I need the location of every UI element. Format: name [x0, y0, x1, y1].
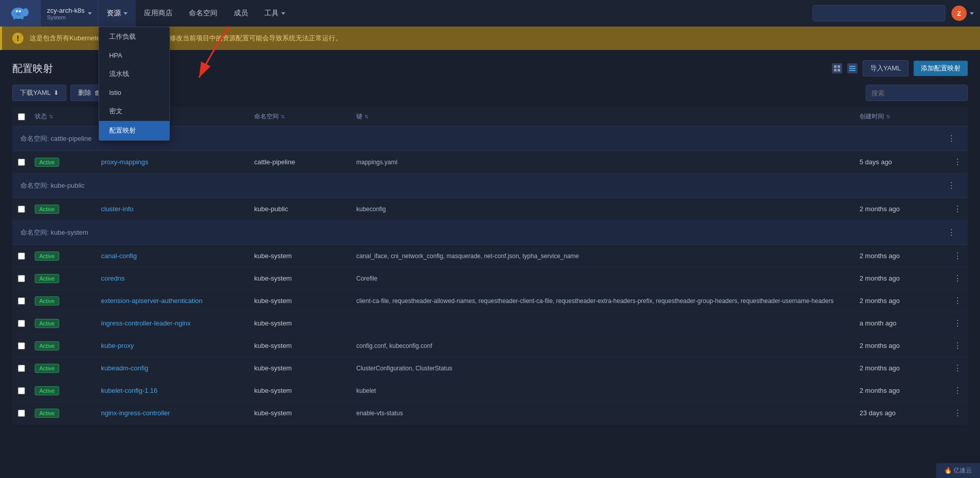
nav-item-namespace[interactable]: 命名空间 [181, 0, 226, 27]
download-yaml-button[interactable]: 下载YAML ⬇ [12, 85, 66, 101]
name-link[interactable]: ingress-controller-leader-nginx [101, 319, 191, 327]
cluster-selector[interactable]: zcy-arch-k8s System [41, 0, 99, 27]
section-kube-public-more[interactable]: ⋮ [943, 179, 960, 192]
table-row: Active extension-apiserver-authenticatio… [12, 290, 968, 312]
svg-rect-10 [834, 69, 837, 71]
row-more-button[interactable]: ⋮ [949, 249, 966, 263]
section-kube-system-label: 命名空间: kube-system [20, 228, 88, 237]
row-name: proxy-mappings [97, 158, 250, 166]
row-status: Active [31, 296, 97, 306]
search-input[interactable] [866, 85, 968, 101]
nav-namespace-label: 命名空间 [189, 9, 217, 18]
nav-menu: 资源 工作负载 HPA 流水线 Istio 密文 配置映射 应用商店 命名空间 … [99, 0, 813, 27]
row-more-button[interactable]: ⋮ [949, 294, 966, 308]
row-checkbox[interactable] [18, 410, 25, 417]
row-checkbox[interactable] [18, 297, 25, 305]
section-cattle-pipeline-label: 命名空间: cattle-pipeline [20, 134, 91, 143]
header-actions: 导入YAML 添加配置映射 [832, 60, 968, 77]
keys-sort-icon[interactable]: ⇅ [364, 114, 369, 119]
svg-rect-6 [21, 16, 23, 19]
row-keys: Corefile [352, 275, 855, 282]
status-badge: Active [35, 364, 59, 373]
section-kube-system-more[interactable]: ⋮ [943, 225, 960, 239]
row-created: 5 days ago [855, 158, 947, 166]
name-link[interactable]: nginx-ingress-controller [101, 409, 170, 417]
nav-item-resources[interactable]: 资源 工作负载 HPA 流水线 Istio 密文 配置映射 [99, 0, 136, 27]
name-link[interactable]: cluster-info [101, 205, 134, 213]
row-checkbox[interactable] [18, 387, 25, 394]
row-more-cell: ⋮ [947, 249, 968, 263]
select-all-checkbox[interactable] [18, 113, 25, 120]
dropdown-item-hpa[interactable]: HPA [99, 46, 169, 64]
row-checkbox-cell [12, 159, 31, 166]
row-more-button[interactable]: ⋮ [949, 339, 966, 353]
row-checkbox-cell [12, 253, 31, 260]
row-checkbox[interactable] [18, 253, 25, 260]
configmap-table: 状态 ⇅ 名称 ⬇ 命名空间 ⇅ 键 ⇅ 创建时间 ⇅ 命名空间: ca [12, 107, 968, 424]
namespace-sort-icon[interactable]: ⇅ [281, 114, 285, 119]
name-link[interactable]: canal-config [101, 252, 137, 260]
name-link[interactable]: coredns [101, 274, 125, 282]
row-namespace: kube-system [250, 274, 352, 282]
name-link[interactable]: proxy-mappings [101, 158, 149, 166]
row-keys: ClusterConfiguration, ClusterStatus [352, 365, 855, 372]
row-checkbox[interactable] [18, 342, 25, 349]
svg-rect-13 [849, 68, 855, 69]
row-keys: client-ca-file, requestheader-allowed-na… [352, 297, 855, 305]
view-list-icon[interactable] [847, 63, 857, 73]
row-checkbox[interactable] [18, 206, 25, 213]
dropdown-item-workload[interactable]: 工作负载 [99, 27, 169, 46]
logo[interactable] [0, 0, 41, 27]
resources-chevron-icon [124, 12, 128, 15]
import-yaml-button[interactable]: 导入YAML [863, 60, 909, 77]
topnav-search-input[interactable] [813, 5, 945, 21]
row-status: Active [31, 386, 97, 395]
svg-rect-11 [838, 69, 840, 71]
svg-point-1 [22, 8, 29, 16]
user-chevron-icon[interactable] [970, 12, 974, 15]
user-avatar[interactable]: Z [951, 6, 967, 21]
nav-item-tools[interactable]: 工具 [256, 0, 293, 27]
row-created: 2 months ago [855, 387, 947, 394]
row-checkbox-cell [12, 275, 31, 282]
row-more-button[interactable]: ⋮ [949, 155, 966, 169]
row-more-button[interactable]: ⋮ [949, 271, 966, 285]
row-checkbox[interactable] [18, 365, 25, 372]
th-namespace: 命名空间 ⇅ [250, 112, 352, 121]
row-checkbox[interactable] [18, 275, 25, 282]
row-created: a month ago [855, 319, 947, 327]
row-more-button[interactable]: ⋮ [949, 202, 966, 216]
name-link[interactable]: kubelet-config-1.16 [101, 387, 158, 394]
table-row: Active cluster-info kube-public kubeconf… [12, 198, 968, 220]
row-more-button[interactable]: ⋮ [949, 384, 966, 397]
name-link[interactable]: kube-proxy [101, 342, 134, 349]
table-row: Active kube-proxy kube-system config.con… [12, 335, 968, 357]
table-row: Active canal-config kube-system canal_if… [12, 245, 968, 267]
add-configmap-button[interactable]: 添加配置映射 [914, 61, 968, 76]
row-more-button[interactable]: ⋮ [949, 316, 966, 330]
row-more-button[interactable]: ⋮ [949, 361, 966, 375]
name-link[interactable]: kubeadm-config [101, 364, 149, 372]
row-more-button[interactable]: ⋮ [949, 406, 966, 420]
status-sort-icon[interactable]: ⇅ [49, 114, 53, 119]
row-checkbox[interactable] [18, 320, 25, 327]
svg-rect-5 [13, 16, 15, 19]
warning-icon: ! [12, 33, 23, 44]
dropdown-item-istio[interactable]: Istio [99, 84, 169, 102]
nav-item-appstore[interactable]: 应用商店 [136, 0, 181, 27]
row-namespace: cattle-pipeline [250, 158, 352, 166]
row-checkbox[interactable] [18, 159, 25, 166]
download-yaml-label: 下载YAML [20, 88, 51, 97]
dropdown-item-pipeline[interactable]: 流水线 [99, 64, 169, 84]
nav-item-members[interactable]: 成员 [226, 0, 256, 27]
table-row: Active coredns kube-system Corefile 2 mo… [12, 267, 968, 290]
dropdown-item-configmap[interactable]: 配置映射 [99, 121, 169, 140]
name-link[interactable]: extension-apiserver-authentication [101, 297, 203, 305]
view-grid-icon[interactable] [832, 63, 842, 73]
row-name: coredns [97, 274, 250, 282]
dropdown-item-secret[interactable]: 密文 [99, 102, 169, 121]
warning-text: 这是包含所有Kubernetes命名空间的系统项目，修改当前项目中的资源配置可能… [30, 34, 342, 43]
created-sort-icon[interactable]: ⇅ [886, 114, 890, 119]
row-checkbox-cell [12, 297, 31, 305]
section-cattle-pipeline-more[interactable]: ⋮ [943, 132, 960, 145]
